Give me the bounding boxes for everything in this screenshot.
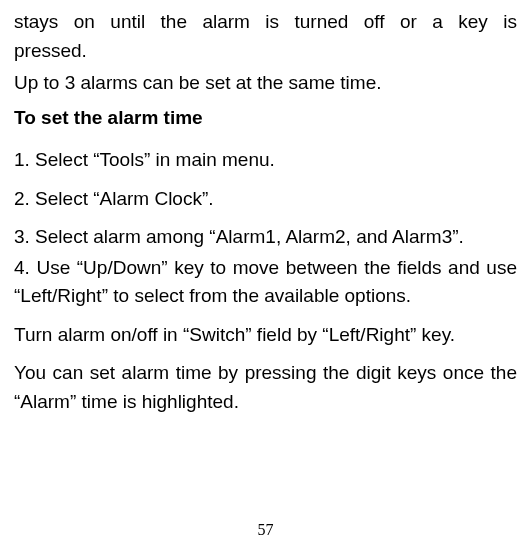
step-2: 2. Select “Alarm Clock”. xyxy=(14,185,517,214)
note-2: You can set alarm time by pressing the d… xyxy=(14,359,517,416)
step-4: 4. Use “Up/Down” key to move between the… xyxy=(14,254,517,311)
intro-line-2: pressed. xyxy=(14,37,517,66)
step-1: 1. Select “Tools” in main menu. xyxy=(14,146,517,175)
section-heading: To set the alarm time xyxy=(14,104,517,133)
intro-line-1: stays on until the alarm is turned off o… xyxy=(14,8,517,37)
page-number: 57 xyxy=(0,518,531,542)
step-3: 3. Select alarm among “Alarm1, Alarm2, a… xyxy=(14,223,517,252)
intro-line-3: Up to 3 alarms can be set at the same ti… xyxy=(14,69,517,98)
note-1: Turn alarm on/off in “Switch” field by “… xyxy=(14,321,517,350)
